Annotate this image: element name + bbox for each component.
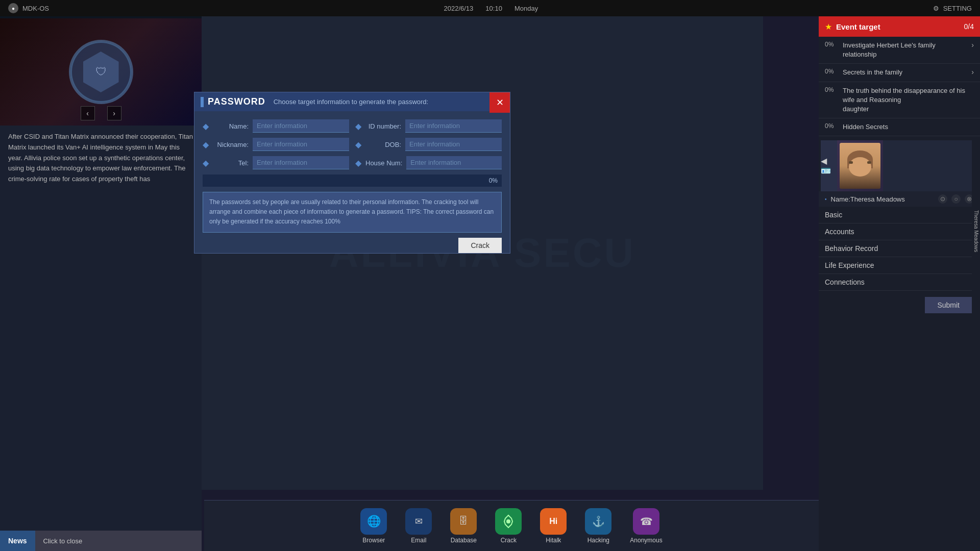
profile-avatar-image [840, 143, 880, 189]
browser-icon: 🌐 [360, 508, 387, 535]
name-field-row: • Name:Theresa Meadows ⊙ ○ ⊗ [819, 191, 980, 207]
profile-tab-button[interactable]: ◀ 🪪 [821, 140, 837, 191]
right-panel: ★ Event target 0/4 0% Investigate Herber… [819, 16, 980, 551]
form-group-name: ◆ Name: [203, 119, 349, 133]
taskbar-anonymous[interactable]: ☎ Anonymous [625, 505, 667, 547]
anonymous-label: Anonymous [630, 537, 662, 544]
event-text-3: The truth behind the disappearance of hi… [843, 86, 974, 114]
topbar-right: ⚙ SETTING [933, 5, 972, 12]
profile-section-life[interactable]: Life Experience [819, 257, 980, 274]
event-item-3: 0% The truth behind the disappearance of… [819, 82, 980, 119]
form-row-1: ◆ Name: ◆ ID number: [203, 119, 502, 133]
close-news-button[interactable]: Click to close [35, 531, 202, 551]
news-text: After CSID and Titan Matrix announced th… [8, 133, 193, 183]
news-body: After CSID and Titan Matrix announced th… [0, 126, 202, 191]
taskbar-email[interactable]: ✉ Email [400, 505, 437, 547]
form-group-dob: ◆ DOB: [355, 138, 502, 151]
database-icon: 🗄 [450, 508, 477, 535]
profile-section-connections[interactable]: Connections [819, 274, 980, 291]
email-label: Email [411, 537, 426, 544]
crack-app-icon [495, 508, 522, 535]
event-item-1[interactable]: 0% Investigate Herbert Lee's family rela… [819, 37, 980, 64]
event-target-header: ★ Event target 0/4 [819, 16, 980, 37]
dialog-subtitle: Choose target information to generate th… [274, 98, 429, 106]
profile-section-basic[interactable]: Basic [819, 207, 980, 223]
event-text-4: Hidden Secrets [843, 122, 974, 132]
settings-label[interactable]: SETTING [943, 5, 972, 12]
event-arrow-2: › [971, 68, 974, 76]
taskbar-crack[interactable]: Crack [490, 505, 527, 547]
day-display: Monday [514, 5, 538, 12]
name-info-icon[interactable]: ○ [951, 194, 961, 204]
nickname-label: Nickname: [213, 141, 249, 148]
connections-label: Connections [825, 278, 865, 286]
housenum-dot: ◆ [355, 158, 361, 168]
tel-dot: ◆ [203, 158, 209, 168]
crack-app-label: Crack [501, 537, 517, 544]
scroll-prev-button[interactable]: ‹ [81, 106, 95, 120]
form-group-housenum: ◆ House Num: [355, 156, 502, 169]
settings-icon: ⚙ [933, 5, 939, 12]
info-text: The passwords set by people are usually … [209, 198, 494, 225]
taskbar-browser[interactable]: 🌐 Browser [355, 505, 392, 547]
hitalk-icon: Hi [540, 508, 567, 535]
nickname-dot: ◆ [203, 140, 209, 149]
profile-card: ◀ 🪪 Theresa Meadows [821, 140, 978, 191]
profile-name-vertical: Theresa Meadows [973, 210, 979, 252]
password-dialog: PASSWORD Choose target information to ge… [194, 92, 510, 254]
news-header-image: 🛡 ‹ › [0, 18, 202, 126]
id-label: ID number: [365, 122, 401, 130]
hacking-icon: ⚓ [585, 508, 611, 535]
svg-point-1 [506, 519, 510, 523]
event-item-2[interactable]: 0% Secrets in the family › [819, 64, 980, 82]
dob-input[interactable] [405, 138, 502, 151]
submit-button[interactable]: Submit [925, 297, 972, 313]
name-label: Name: [213, 122, 249, 130]
name-input[interactable] [253, 119, 349, 133]
event-percent-3: 0% [825, 86, 838, 93]
scroll-next-button[interactable]: › [107, 106, 121, 120]
taskbar-hitalk[interactable]: Hi Hitalk [535, 505, 572, 547]
profile-section-behavior[interactable]: Behavior Record [819, 240, 980, 257]
life-label: Life Experience [825, 261, 874, 269]
housenum-label: House Num: [365, 159, 402, 167]
event-target-title: Event target [836, 22, 880, 31]
name-dot: ◆ [203, 121, 209, 131]
dialog-title: PASSWORD [208, 96, 265, 107]
form-row-3: ◆ Tel: ◆ House Num: [203, 156, 502, 169]
anonymous-icon: ☎ [633, 508, 659, 535]
id-dot: ◆ [355, 121, 361, 131]
info-box: The passwords set by people are usually … [203, 192, 502, 233]
profile-name-value: Name:Theresa Meadows [831, 195, 934, 203]
nickname-input[interactable] [253, 138, 349, 151]
event-target-count: 0/4 [964, 22, 974, 31]
crack-button[interactable]: Crack [458, 238, 502, 253]
housenum-input[interactable] [406, 156, 502, 169]
submit-row: Submit [819, 291, 980, 321]
taskbar-database[interactable]: 🗄 Database [445, 505, 482, 547]
profile-tab-icon: ◀ 🪪 [821, 156, 837, 176]
profile-avatar [837, 140, 883, 191]
dialog-body: ◆ Name: ◆ ID number: ◆ Nickname: ◆ DOB: [194, 111, 510, 246]
event-target-left: ★ Event target [825, 22, 880, 32]
id-input[interactable] [405, 119, 502, 133]
behavior-label: Behavior Record [825, 244, 878, 253]
tel-input[interactable] [253, 156, 349, 169]
os-name: MDK-OS [22, 5, 49, 12]
news-panel: 🌐 es to CSID has solved many diffi 🛡 ‹ ›… [0, 0, 202, 551]
profile-section-accounts[interactable]: Accounts [819, 223, 980, 240]
topbar-center: 2022/6/13 10:10 Monday [444, 5, 538, 12]
dialog-close-button[interactable]: ✕ [489, 92, 510, 113]
taskbar-hacking[interactable]: ⚓ Hacking [580, 505, 617, 547]
name-edit-icon[interactable]: ⊙ [938, 194, 947, 204]
progress-bar-container: 0% [203, 174, 502, 187]
database-label: Database [451, 537, 477, 544]
form-group-nickname: ◆ Nickname: [203, 138, 349, 151]
name-bullet: • [825, 196, 827, 202]
dialog-header: PASSWORD Choose target information to ge… [194, 92, 510, 111]
profile-section: ◀ 🪪 Theresa Meadows • Name:The [819, 140, 980, 321]
hitalk-label: Hitalk [546, 537, 561, 544]
taskbar: 🌐 Browser ✉ Email 🗄 Database Crack Hi Hi… [204, 500, 819, 551]
news-label: News [0, 531, 35, 551]
hacking-label: Hacking [587, 537, 609, 544]
